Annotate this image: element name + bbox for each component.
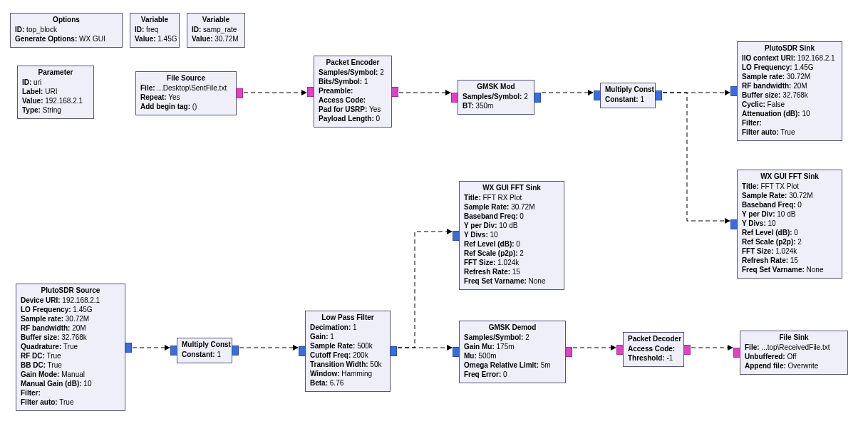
param-key: Window: bbox=[310, 370, 340, 378]
block-param-row: Gain: 1 bbox=[310, 332, 386, 341]
wx-gui-fft-sink-tx-block[interactable]: WX GUI FFT SinkTitle: FFT TX PlotSample … bbox=[737, 170, 842, 279]
param-key: File: bbox=[745, 343, 760, 351]
packet-decoder-block[interactable]: Packet DecoderAccess Code: Threshold: -1 bbox=[623, 332, 684, 367]
output-port[interactable] bbox=[683, 345, 691, 355]
block-param-row: File: ...top\ReceivedFile.txt bbox=[745, 343, 843, 352]
param-value: 500k bbox=[355, 342, 372, 350]
block-param-row: Mu: 500m bbox=[464, 351, 561, 360]
param-value: 2 bbox=[518, 249, 524, 257]
output-port[interactable] bbox=[534, 93, 541, 103]
gmsk-mod-block[interactable]: GMSK ModSamples/Symbol: 2BT: 350m bbox=[458, 80, 534, 115]
block-param-row: Filter auto: True bbox=[21, 398, 120, 407]
wx-gui-fft-sink-rx-block[interactable]: WX GUI FFT SinkTitle: FFT RX PlotSample … bbox=[459, 181, 564, 290]
param-value: Overwrite bbox=[786, 362, 819, 370]
file-sink-block[interactable]: File SinkFile: ...top\ReceivedFile.txtUn… bbox=[740, 331, 848, 375]
param-value: uri bbox=[31, 78, 41, 86]
input-port[interactable] bbox=[730, 86, 738, 96]
block-param-row: Y Divs: 10 bbox=[742, 219, 837, 228]
output-port[interactable] bbox=[236, 88, 243, 98]
variable-samp-rate-block[interactable]: VariableID: samp_rateValue: 30.72M bbox=[187, 13, 245, 48]
param-value: 10 bbox=[800, 110, 810, 118]
output-port[interactable] bbox=[565, 347, 572, 357]
param-key: ID: bbox=[192, 26, 201, 33]
param-key: Buffer size: bbox=[21, 333, 59, 341]
param-value: None bbox=[805, 266, 824, 274]
input-port[interactable] bbox=[307, 87, 314, 97]
param-key: FFT Size: bbox=[742, 247, 773, 255]
block-param-row: Title: FFT TX Plot bbox=[742, 182, 837, 191]
input-port[interactable] bbox=[453, 231, 460, 241]
low-pass-filter-block[interactable]: Low Pass FilterDecimation: 1Gain: 1Sampl… bbox=[305, 311, 391, 392]
param-value: 20M bbox=[70, 324, 86, 332]
param-key: Sample Rate: bbox=[742, 192, 787, 199]
input-port[interactable] bbox=[299, 346, 306, 356]
param-key: Buffer size: bbox=[742, 91, 780, 99]
output-port[interactable] bbox=[391, 87, 398, 97]
param-value: 10 bbox=[766, 219, 776, 227]
param-value: Yes bbox=[367, 105, 381, 113]
packet-encoder-block[interactable]: Packet EncoderSamples/Symbol: 2Bits/Symb… bbox=[314, 56, 392, 128]
block-param-row: Omega Relative Limit: 5m bbox=[464, 360, 561, 370]
param-key: Access Code: bbox=[628, 345, 675, 353]
block-param-row: Constant: 1 bbox=[605, 95, 651, 104]
input-port[interactable] bbox=[451, 93, 458, 103]
input-port[interactable] bbox=[616, 345, 624, 355]
block-param-row: Baseband Freq: 0 bbox=[464, 212, 559, 221]
param-key: Append file: bbox=[745, 362, 786, 370]
param-value: ...top\ReceivedFile.txt bbox=[760, 343, 830, 351]
options-block[interactable]: OptionsID: top_blockGenerate Options: WX… bbox=[10, 13, 123, 48]
input-port[interactable] bbox=[594, 90, 601, 100]
input-port[interactable] bbox=[733, 348, 740, 358]
block-param-row: Quadrature: True bbox=[21, 342, 120, 351]
param-value: 15 bbox=[510, 268, 520, 276]
input-port[interactable] bbox=[453, 347, 460, 357]
param-value: 32.768k bbox=[780, 91, 807, 99]
input-port[interactable] bbox=[730, 219, 738, 229]
parameter-block[interactable]: ParameterID: uriLabel: URIValue: 192.168… bbox=[17, 66, 94, 119]
param-key: Filter auto: bbox=[21, 398, 58, 406]
param-key: IIO context URI: bbox=[742, 54, 795, 62]
param-key: Filter: bbox=[21, 389, 41, 397]
output-port[interactable] bbox=[125, 343, 132, 353]
block-param-row: Generate Options: WX GUI bbox=[15, 34, 118, 43]
flowgraph-canvas[interactable]: OptionsID: top_blockGenerate Options: WX… bbox=[0, 0, 868, 436]
param-value: FFT TX Plot bbox=[759, 182, 799, 190]
input-port[interactable] bbox=[170, 346, 177, 355]
param-key: Repeat: bbox=[140, 93, 167, 101]
param-key: ID: bbox=[15, 26, 24, 33]
multiply-const-rx-block[interactable]: Multiply ConstConstant: 1 bbox=[177, 338, 232, 363]
param-value: 2 bbox=[523, 333, 529, 341]
param-key: Bits/Symbol: bbox=[319, 78, 362, 85]
param-key: Gain Mode: bbox=[21, 370, 59, 378]
output-port[interactable] bbox=[390, 346, 397, 356]
output-port[interactable] bbox=[232, 346, 239, 355]
multiply-const-tx-block[interactable]: Multiply ConstConstant: 1 bbox=[600, 83, 656, 108]
block-title: Parameter bbox=[22, 68, 89, 76]
block-param-row: Manual Gain (dB): 10 bbox=[21, 379, 120, 388]
block-param-row: Device URI: 192.168.2.1 bbox=[21, 296, 120, 305]
param-key: LO Frequency: bbox=[21, 306, 71, 313]
pluto-sdr-sink-block[interactable]: PlutoSDR SinkIIO context URI: 192.168.2.… bbox=[737, 41, 842, 141]
param-key: ID: bbox=[135, 26, 144, 33]
param-key: Threshold: bbox=[628, 354, 665, 362]
param-key: Constant: bbox=[605, 95, 639, 103]
variable-freq-block[interactable]: VariableID: freqValue: 1.45G bbox=[130, 13, 180, 48]
pluto-sdr-source-block[interactable]: PlutoSDR SourceDevice URI: 192.168.2.1LO… bbox=[16, 284, 125, 411]
block-param-row: Ref Scale (p2p): 2 bbox=[742, 237, 837, 246]
param-key: Preamble: bbox=[319, 87, 353, 95]
block-param-row: Refresh Rate: 15 bbox=[464, 267, 559, 276]
param-value: 500m bbox=[477, 352, 497, 360]
file-source-block[interactable]: File SourceFile: ...Desktop\SentFile.txt… bbox=[135, 71, 237, 115]
block-param-row: Filter: bbox=[742, 118, 837, 128]
gmsk-demod-block[interactable]: GMSK DemodSamples/Symbol: 2Gain Mu: 175m… bbox=[459, 321, 566, 383]
param-key: Refresh Rate: bbox=[464, 268, 510, 276]
param-key: Omega Relative Limit: bbox=[464, 361, 539, 369]
block-param-row: Type: String bbox=[22, 105, 89, 115]
param-key: Label: bbox=[22, 88, 43, 95]
block-param-row: Value: 192.168.2.1 bbox=[22, 96, 89, 105]
param-key: Access Code: bbox=[319, 96, 366, 104]
param-key: Samples/Symbol: bbox=[319, 68, 378, 76]
param-key: Sample Rate: bbox=[464, 203, 509, 211]
param-value: String bbox=[41, 106, 61, 114]
output-port[interactable] bbox=[655, 90, 662, 100]
